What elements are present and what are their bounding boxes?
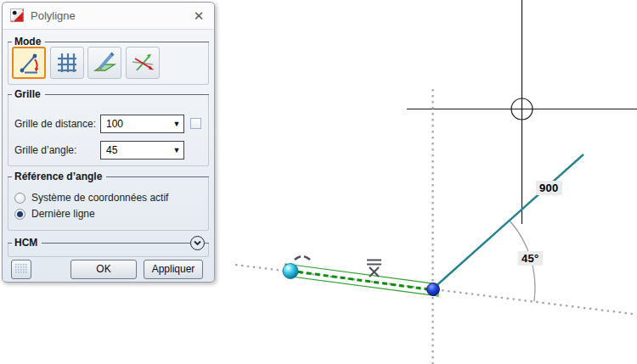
angle-reference-group: Référence d’angle Système de coordonnées… — [8, 171, 209, 231]
grid-angle-value: 45 — [101, 144, 170, 156]
grille-group-label: Grille — [12, 88, 45, 100]
grid-distance-combobox[interactable]: 100 ▼ — [100, 115, 184, 133]
polyligne-dialog: Polyligne ✕ Mode — [2, 2, 215, 283]
radio-last-line-label: Dernière ligne — [31, 208, 95, 220]
radio-coordinate-system[interactable]: Système de coordonnées actif — [14, 192, 168, 204]
apply-button[interactable]: Appliquer — [144, 260, 203, 279]
hcm-expand-button[interactable] — [190, 236, 205, 250]
radio-icon[interactable] — [14, 193, 25, 204]
mode-group: Mode — [8, 36, 209, 85]
close-icon[interactable]: ✕ — [190, 8, 207, 25]
dialog-title: Polyligne — [31, 9, 76, 22]
hcm-group: HCM — [8, 235, 209, 257]
grid-angle-label: Grille d’angle: — [14, 144, 76, 156]
chevron-down-icon — [192, 238, 203, 248]
chevron-down-icon[interactable]: ▼ — [170, 146, 183, 154]
grid-distance-label: Grille de distance: — [14, 118, 96, 130]
mode-button-grid-points[interactable] — [50, 47, 84, 79]
mode-group-label: Mode — [12, 36, 45, 48]
mode-button-reference-axes[interactable] — [126, 47, 160, 79]
radio-coordinate-system-label: Système de coordonnées actif — [31, 192, 168, 204]
mode-button-sketch[interactable] — [87, 47, 121, 79]
grid-toggle-button[interactable] — [11, 260, 31, 279]
angle-value-label: 45° — [518, 251, 543, 266]
dialog-footer: OK Appliquer — [8, 259, 209, 281]
preview-segment-line — [433, 154, 583, 288]
grid-distance-value: 100 — [101, 118, 170, 130]
start-point-handle[interactable] — [283, 264, 298, 279]
grid-angle-combobox[interactable]: 45 ▼ — [100, 141, 184, 160]
grid-distance-checkbox[interactable] — [190, 118, 201, 129]
dialog-title-bar[interactable]: Polyligne ✕ — [3, 3, 214, 30]
hcm-group-label: HCM — [12, 237, 42, 249]
radio-last-line[interactable]: Dernière ligne — [14, 208, 95, 220]
ok-button[interactable]: OK — [70, 260, 137, 279]
radio-selected-icon[interactable] — [14, 209, 25, 220]
grille-group: Grille Grille de distance: 100 ▼ Grille … — [8, 88, 209, 166]
length-value-label: 900 — [536, 181, 562, 195]
midpoint-snap-icon — [367, 260, 381, 277]
arc-snap-icon — [295, 256, 310, 260]
polyline-tool-icon — [10, 8, 24, 22]
chevron-down-icon[interactable]: ▼ — [170, 120, 183, 128]
dot-grid-icon — [14, 263, 28, 276]
polyline-angle-icon — [16, 50, 42, 76]
axis-arrows-icon — [130, 50, 155, 76]
angle-reference-group-label: Référence d’angle — [12, 171, 106, 182]
grid-icon — [54, 50, 80, 76]
pencil-plane-icon — [92, 50, 117, 76]
mode-button-polyline-angle[interactable] — [12, 47, 46, 79]
vertex-point-handle[interactable] — [427, 283, 440, 296]
